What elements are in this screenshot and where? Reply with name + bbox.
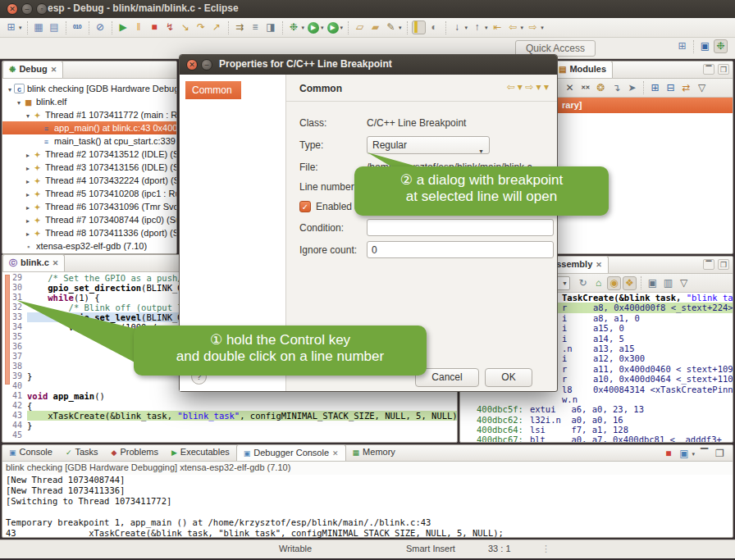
disasm-line[interactable]: 400dbc64:lsi f7, a1, 128	[460, 425, 733, 435]
code-line[interactable]: 41void app_main()	[2, 391, 457, 401]
next-annotation-icon[interactable]: ↓	[450, 20, 464, 34]
debug-tree-item[interactable]: ▾cblink checking [GDB Hardware Debug	[2, 82, 176, 95]
binary-icon[interactable]: 010	[71, 20, 84, 34]
window-close-button[interactable]: ✕	[7, 3, 18, 15]
tree-expander-icon[interactable]: ▾	[15, 97, 23, 108]
forward-icon[interactable]: ⇨	[526, 20, 540, 34]
tree-expander-icon[interactable]: ▾	[24, 110, 32, 121]
debug-tree-item[interactable]: ▸✦Thread #6 1073431096 (Tmr Svc) (S	[2, 200, 176, 213]
debug-icon[interactable]: ❉	[287, 20, 301, 34]
open-perspective-icon[interactable]: ⊞	[675, 39, 689, 53]
debug-perspective-icon[interactable]: ❉	[714, 39, 728, 53]
minimize-icon[interactable]: ▔	[703, 64, 714, 75]
load-symbols-icon[interactable]: ❂	[594, 81, 608, 95]
disasm-line[interactable]: w.n	[460, 394, 733, 404]
tree-expander-icon[interactable]: ▸	[24, 162, 32, 174]
sidebar-item-common[interactable]: Common	[185, 81, 241, 99]
show-source-icon[interactable]: ◉	[607, 276, 621, 290]
remove-icon[interactable]: ✕	[563, 81, 577, 95]
chevron-down-icon[interactable]: ▼	[562, 280, 568, 286]
ignore-count-input[interactable]	[367, 241, 554, 258]
debug-tree-item[interactable]: ▸✦Thread #5 1073410208 (ipc1 : Runni	[2, 187, 176, 200]
tree-expander-icon[interactable]: ▸	[24, 228, 32, 239]
disasm-line[interactable]: 400dbc5f:extui a6, a0, 23, 13	[460, 404, 733, 414]
minimize-console-icon[interactable]: ▔	[697, 447, 711, 461]
window-maximize-button[interactable]: ▫	[36, 3, 48, 15]
view-menu-icon[interactable]: ▽	[677, 276, 691, 290]
tab-blink-c[interactable]: ⓒblink.c✕	[2, 254, 65, 271]
save-icon[interactable]: ▦	[32, 20, 46, 34]
tab-debug[interactable]: ❉Debug✕	[2, 61, 63, 78]
line-number[interactable]: 44	[2, 421, 27, 430]
expand-all-icon[interactable]: ⊞	[648, 81, 662, 95]
disasm-line[interactable]: 400dbc67:blt a0, a7, 0x400dbc81 <__adddf…	[460, 435, 733, 442]
external-tools-dropdown-icon[interactable]: ▾	[340, 25, 344, 31]
line-number[interactable]: 30	[2, 283, 27, 293]
line-number[interactable]: 41	[2, 391, 27, 401]
step-over-icon[interactable]: ↷	[194, 20, 208, 34]
console-output[interactable]: [New Thread 1073408744][New Thread 10734…	[2, 475, 733, 539]
external-tools-icon[interactable]: ▶	[327, 22, 339, 34]
tab-console[interactable]: ▣Console	[2, 444, 59, 461]
code-line[interactable]: 42{	[2, 401, 457, 411]
step-into-icon[interactable]: ↘	[179, 20, 193, 34]
line-number[interactable]: 45	[2, 430, 27, 440]
mark-occurrences-icon[interactable]: ▍	[412, 20, 426, 34]
goto-file-icon[interactable]: ↴	[609, 81, 623, 95]
tab-modules[interactable]: ▤Modules	[552, 61, 613, 78]
debug-tree-item[interactable]: ▸✦Thread #2 1073413512 (IDLE) (Susp	[2, 148, 176, 161]
pencil-dropdown-icon[interactable]: ▾	[399, 25, 402, 31]
last-edit-location-icon[interactable]: ⇤	[491, 20, 504, 34]
debug-tree-item[interactable]: ▸✦Thread #7 1073408744 (ipc0) (Susp	[2, 213, 176, 226]
tree-expander-icon[interactable]: ▸	[24, 149, 32, 161]
refresh-icon[interactable]: ↻	[576, 276, 590, 290]
line-number[interactable]: 42	[2, 401, 27, 411]
skip-breakpoints-icon[interactable]: ⊘	[94, 20, 107, 34]
dialog-nav-arrows[interactable]: ⇦ ▾ ⇨ ▾ ▾	[506, 81, 549, 93]
ok-button[interactable]: OK	[485, 368, 532, 387]
debug-tree-item[interactable]: ▸✦Thread #3 1073413156 (IDLE) (Susp	[2, 161, 176, 174]
new-wizard-dropdown-icon[interactable]: ▾	[19, 25, 22, 31]
close-icon[interactable]: ✕	[52, 259, 59, 267]
debug-tree-item[interactable]: ▸✦Thread #8 1073411336 (dport) (Sus	[2, 226, 176, 239]
new-view-icon[interactable]: ▣	[646, 276, 660, 290]
debug-tree-item[interactable]: ▸✦Thread #4 1073432224 (dport) (Sus	[2, 174, 176, 187]
code-line[interactable]: 44}	[2, 421, 457, 430]
folder-open-icon[interactable]: ▰	[368, 20, 382, 34]
disconnect-icon[interactable]: ↯	[163, 20, 177, 34]
collapse-all-icon[interactable]: ⊟	[664, 81, 678, 95]
close-icon[interactable]: ✕	[332, 449, 339, 458]
cpp-perspective-icon[interactable]: ▣	[698, 39, 712, 53]
dialog-minimize-button[interactable]: –	[201, 59, 212, 71]
enabled-checkbox[interactable]: ✓	[299, 201, 311, 212]
tree-expander-icon[interactable]: ▸	[24, 175, 32, 187]
maximize-console-icon[interactable]: ❐	[713, 447, 727, 461]
export-icon[interactable]: ▥	[661, 276, 675, 290]
back-icon[interactable]: ⇦	[506, 20, 520, 34]
run-dropdown-icon[interactable]: ▾	[321, 25, 324, 31]
line-number[interactable]: 39	[2, 371, 27, 381]
forward-dropdown-icon[interactable]: ▾	[541, 25, 544, 31]
maximize-icon[interactable]: ❐	[718, 64, 729, 75]
maximize-icon[interactable]: ❐	[718, 259, 729, 270]
resume-icon[interactable]: ▶	[116, 20, 130, 34]
close-icon[interactable]: ✕	[596, 261, 602, 269]
next-annotation-dropdown-icon[interactable]: ▾	[465, 25, 468, 31]
deselect-icon[interactable]: ➤	[625, 81, 639, 95]
instruction-stepping-icon[interactable]: ⇉	[233, 20, 247, 34]
terminate-icon[interactable]: ■	[148, 20, 162, 34]
code-line-current[interactable]: 43 xTaskCreate(&blink_task, "blink_task"…	[2, 411, 457, 421]
debug-tree-item-selected[interactable]: ≡app_main() at blink.c:43 0x400dbc	[2, 121, 176, 134]
line-number[interactable]: 43	[2, 411, 27, 421]
window-minimize-button[interactable]: –	[21, 3, 33, 15]
tab-problems[interactable]: ◆Problems	[105, 444, 165, 461]
code-line[interactable]: 45	[2, 430, 457, 440]
debug-dropdown-icon[interactable]: ▾	[302, 25, 305, 31]
prev-annotation-dropdown-icon[interactable]: ▾	[485, 25, 488, 31]
folder-icon[interactable]: ▱	[353, 20, 367, 34]
prev-annotation-icon[interactable]: ↑	[470, 20, 484, 34]
debug-tree-item[interactable]: ▾✦Thread #1 1073411772 (main : Runn	[2, 108, 176, 121]
suspend-icon[interactable]: ‖	[132, 20, 146, 34]
new-wizard-icon[interactable]: ⊞	[4, 20, 18, 34]
terminate-console-icon[interactable]: ■	[661, 447, 675, 461]
